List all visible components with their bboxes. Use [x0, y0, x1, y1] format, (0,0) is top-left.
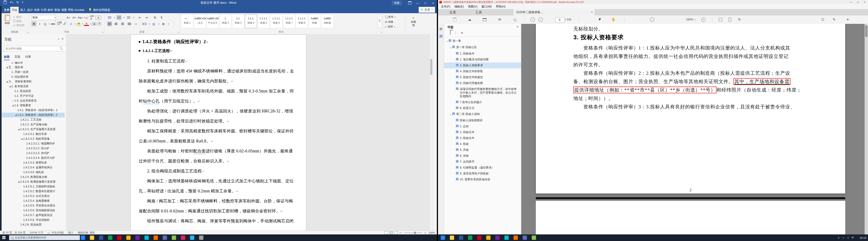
nav-heading-item[interactable]: 1.4.2.3.3. 摇臂钻床	[2, 160, 65, 165]
rotate-view-icon[interactable]: ↻	[737, 17, 742, 22]
enclose-characters-icon[interactable]: 字	[97, 22, 101, 26]
text-effects-icon[interactable]: A	[68, 21, 73, 26]
taskbar-app-icon[interactable]	[172, 236, 176, 240]
find-button[interactable]: 查找 ▾	[385, 14, 396, 20]
taskbar-app-icon[interactable]	[441, 236, 445, 240]
bookmarks-panel-icon[interactable]	[439, 34, 443, 38]
tree-caret-icon[interactable]: ◢	[17, 179, 20, 184]
style-item[interactable]: 1.1.1.1.标题 5	[257, 14, 270, 28]
nav-heading-item[interactable]: ◢1.4.2.3.2. 热处理设备	[2, 137, 65, 141]
taskbar-app-icon[interactable]	[81, 236, 85, 240]
nav-heading-item[interactable]: ◢1. 基本情况表	[2, 84, 65, 89]
numbering-icon[interactable]	[117, 15, 122, 20]
style-item[interactable]: AaBbCcDc中文正文	[207, 14, 219, 28]
style-item[interactable]: 1.1.1.1.标题 6	[270, 14, 283, 28]
nav-heading-item[interactable]: 1.4.2.5.5. 手持荧光光谱仪	[2, 203, 65, 208]
menu-3[interactable]: 视图(V)	[466, 5, 479, 9]
show-desktop-button[interactable]	[867, 234, 868, 241]
nav-search-input[interactable]	[4, 46, 66, 51]
save-icon[interactable]	[452, 17, 457, 22]
zoom-in-icon[interactable]: ＋	[424, 231, 427, 235]
style-item[interactable]: AaBbC标题	[309, 14, 321, 28]
navigation-close-icon[interactable]: ✕	[61, 37, 64, 40]
search-icon[interactable]	[512, 17, 517, 22]
nav-heading-item[interactable]: 1.4.2.2. 生产设备台账	[2, 122, 65, 127]
style-item[interactable]: AaBbC副标题	[321, 14, 334, 28]
page-indicator[interactable]: 第 33 页，共 224 页	[2, 231, 26, 234]
font-color-icon[interactable]: A	[84, 22, 89, 26]
bookmark-item[interactable]: 3. 投标文件	[444, 135, 521, 141]
nav-heading-item[interactable]: 1.4.2.3.2.4. 箱式淬火炉	[2, 156, 65, 160]
tree-caret-icon[interactable]: ◢	[8, 84, 11, 89]
bookmark-caret-icon[interactable]: ∨	[449, 45, 452, 49]
nav-heading-item[interactable]: 1. 开标一览表	[2, 70, 65, 74]
nav-tab-2[interactable]: 页面	[14, 55, 20, 60]
ribbon-tab-1[interactable]: 开始	[10, 7, 19, 13]
document-page[interactable]: 1.4.2.资格条件（响应性评审）2↵1.4.2.1.工艺流程↵ 1. 柱塞制造…	[131, 35, 306, 231]
nav-heading-item[interactable]: 2. 综合报价表	[2, 74, 65, 79]
email-icon[interactable]: ✉	[497, 17, 502, 22]
align-right-icon[interactable]	[120, 21, 125, 26]
style-item[interactable]: AaBbCcDd↓正文	[194, 14, 206, 28]
cut-button[interactable]: ✂ 剪切	[13, 15, 24, 19]
bookmark-item[interactable]: 1. 总则	[444, 123, 521, 129]
zoom-out-icon[interactable]: −	[650, 17, 655, 22]
addins-button[interactable]: ● 加载项	[405, 16, 422, 27]
nav-tab-3[interactable]: 结果	[25, 55, 31, 60]
tray-expand-icon[interactable]: ∧	[838, 236, 840, 239]
tree-caret-icon[interactable]: ◢	[5, 79, 8, 84]
zoom-in-icon[interactable]: ＋	[701, 17, 706, 22]
nav-heading-item[interactable]: 1.4.2.5.7. 超声波探伤仪	[2, 213, 65, 217]
select-button[interactable]: ▻ 选择 ▾	[385, 24, 396, 29]
nav-heading-item[interactable]: 1.4.2.5.4. 金相显微镜	[2, 199, 65, 203]
clipboard-dialog-launcher[interactable]: ↘	[27, 31, 28, 33]
style-item[interactable]: 1.1.标题 3	[232, 14, 244, 28]
replace-button[interactable]: ab 替换	[385, 20, 396, 24]
bullets-icon[interactable]	[107, 15, 112, 20]
hand-tool-icon[interactable]: ✋	[611, 17, 616, 22]
style-item[interactable]: 1.1.1.标题 4	[245, 14, 257, 28]
increase-indent-icon[interactable]: ⇥	[144, 15, 149, 20]
acrobat-close-button[interactable]: ×	[861, 0, 868, 4]
bookmark-item[interactable]: 10. 需要补充的其他内容	[444, 176, 521, 182]
acrobat-maximize-button[interactable]: □	[854, 0, 861, 4]
taskbar-app-icon[interactable]	[163, 236, 167, 240]
style-item[interactable]: 一、标题 1	[181, 14, 193, 28]
nav-heading-item[interactable]: 1.4.2.5.3. 台式光谱仪	[2, 194, 65, 199]
next-page-icon[interactable]: ↓	[538, 17, 543, 22]
bookmark-item[interactable]: 2. 招标文件	[444, 129, 521, 135]
maximize-button[interactable]: □	[422, 0, 429, 6]
bookmark-item[interactable]: ∨第一章 招标公告	[444, 44, 521, 50]
tree-caret-icon[interactable]: ◢	[20, 137, 23, 141]
nav-heading-item[interactable]: ◢六、 资格审查资料	[2, 79, 65, 84]
italic-button[interactable]: I	[37, 21, 42, 26]
nav-heading-item[interactable]: 1.4.2.3.4. 金属带锯床台	[2, 165, 65, 170]
close-button[interactable]: ×	[429, 0, 437, 6]
taskbar-app-icon[interactable]	[477, 236, 482, 240]
nav-heading-item[interactable]: 1.4.2.5.2. 数显布氏硬度计	[2, 189, 65, 194]
taskbar-app-icon[interactable]	[468, 236, 472, 240]
taskbar-app-icon[interactable]	[181, 236, 185, 240]
nav-heading-item[interactable]: ◢1.4.2. 资格条件（响应性评审）2	[2, 113, 65, 117]
clear-formatting-icon[interactable]: A🖌	[84, 15, 89, 20]
select-tool-icon[interactable]	[597, 17, 602, 22]
zoom-out-icon[interactable]: —	[400, 231, 402, 234]
language-indicator[interactable]: 中文(中国)	[52, 231, 64, 234]
menu-1[interactable]: 文件(F)	[439, 5, 452, 9]
ai-share-icon[interactable]: ✦	[845, 17, 850, 22]
zoom-slider-thumb[interactable]	[414, 232, 415, 234]
taskbar-app-icon[interactable]	[532, 236, 536, 240]
character-border-icon[interactable]: A	[96, 16, 101, 20]
bookmark-item[interactable]: 5. 开标	[444, 147, 521, 153]
nav-search-icon[interactable]	[60, 47, 62, 49]
bookmark-item[interactable]: 2. 项目概况与招标范围	[444, 57, 521, 63]
character-shading-icon[interactable]: A	[92, 22, 97, 26]
signin-button[interactable]: 登录	[392, 1, 402, 5]
print-icon[interactable]	[482, 17, 487, 22]
styles-dialog-launcher[interactable]: ↘	[380, 31, 382, 33]
change-case-icon[interactable]: Aa▾	[78, 15, 83, 20]
bold-button[interactable]: B	[31, 21, 36, 26]
bookmark-item[interactable]: 4. 招标文件的获取	[444, 68, 521, 74]
minimize-button[interactable]: —	[414, 0, 422, 6]
decrease-indent-icon[interactable]: ⇤	[137, 15, 143, 20]
